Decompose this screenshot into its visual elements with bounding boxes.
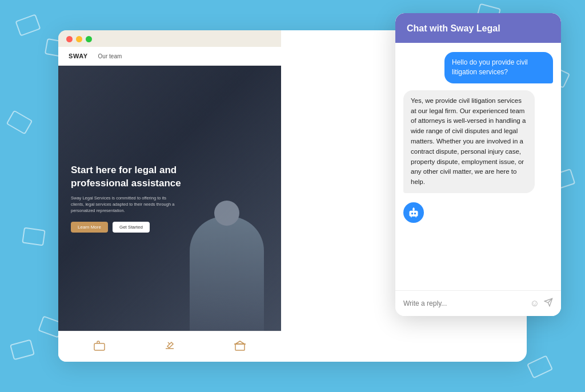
bot-icon [408,207,419,218]
svg-rect-4 [410,211,418,217]
bg-card-1 [15,14,41,36]
dot-red [66,36,73,42]
dot-green [86,36,92,42]
browser-mockup: SWAY Our team Start here for legal and p… [58,30,281,362]
hero-title: Start here for legal and professional as… [71,164,185,190]
gavel-icon [163,339,176,354]
message-bot: Yes, we provide civil litigation service… [403,90,535,193]
chat-input[interactable] [403,299,526,307]
svg-rect-3 [235,344,245,350]
icon-item-briefcase [93,339,106,354]
main-container: SWAY Our team Start here for legal and p… [58,30,527,362]
emoji-icon[interactable]: ☺ [530,298,539,309]
chat-input-area: ☺ [395,290,561,316]
chat-widget: Chat with Sway Legal Hello do you provid… [395,13,561,316]
svg-point-6 [414,213,416,214]
message-user: Hello do you provide civil litigation se… [444,52,553,83]
bg-card-6 [10,339,35,361]
hero-section: Start here for legal and professional as… [58,66,281,331]
icon-item-building [234,339,246,354]
browser-content: SWAY Our team Start here for legal and p… [58,47,281,362]
learn-more-button[interactable]: Learn More [71,222,108,233]
dot-yellow [76,36,82,42]
bot-avatar [403,202,424,223]
chat-header-title: Chat with Sway Legal [407,23,550,34]
bg-card-8 [527,355,553,378]
chat-body: Hello do you provide civil litigation se… [395,43,561,290]
send-icon[interactable] [544,298,553,309]
hero-subtitle: Sway Legal Services is committed to offe… [71,195,179,214]
get-started-button[interactable]: Get Started [113,222,150,233]
bg-card-12 [22,227,46,246]
hero-person-silhouette [190,217,264,331]
icon-bar [58,331,281,362]
building-icon [234,339,246,354]
briefcase-icon [93,339,106,354]
site-nav: SWAY Our team [58,47,281,66]
chat-action-icons: ☺ [530,298,553,309]
icon-item-gavel [163,339,176,354]
chat-header: Chat with Sway Legal [395,13,561,43]
site-nav-link-team: Our team [98,53,122,59]
svg-line-2 [168,342,170,344]
svg-rect-0 [94,343,105,350]
bg-card-10 [6,110,33,134]
site-logo: SWAY [69,53,88,59]
browser-titlebar [58,30,281,47]
svg-point-5 [411,213,413,214]
svg-point-8 [413,207,415,209]
